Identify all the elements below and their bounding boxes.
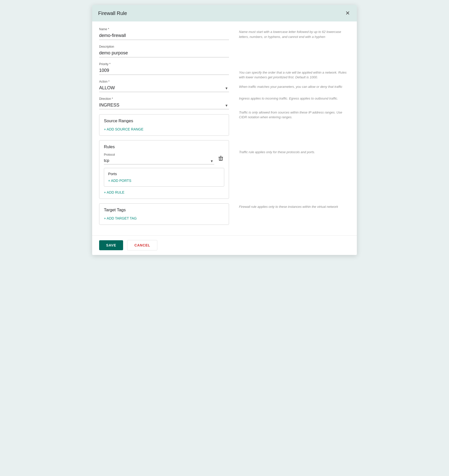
dialog-body: Name * Description Priority * Action * A… bbox=[92, 21, 357, 235]
delete-rule-button[interactable] bbox=[217, 155, 224, 163]
dialog-footer: SAVE CANCEL bbox=[92, 235, 357, 255]
direction-select[interactable]: INGRESS EGRESS bbox=[99, 102, 229, 109]
action-select[interactable]: ALLOW DENY bbox=[99, 84, 229, 92]
target-tags-title: Target Tags bbox=[104, 208, 224, 213]
name-hint: Name must start with a lowercase letter … bbox=[239, 29, 350, 39]
add-ports-button[interactable]: + ADD PORTS bbox=[108, 179, 131, 183]
name-field-group: Name * bbox=[99, 27, 229, 40]
description-input[interactable] bbox=[99, 49, 229, 57]
protocol-label: Protocol bbox=[104, 153, 214, 156]
protocol-select[interactable]: tcp udp icmp all bbox=[104, 157, 214, 164]
target-tags-section: Target Tags + ADD TARGET TAG bbox=[99, 203, 229, 225]
cancel-button[interactable]: CANCEL bbox=[127, 240, 157, 250]
direction-hint: Ingress applies to incoming traffic. Egr… bbox=[239, 96, 350, 101]
action-field-group: Action * ALLOW DENY ▾ bbox=[99, 80, 229, 92]
action-label: Action * bbox=[99, 80, 229, 83]
action-hint: When traffic matches your parameters, yo… bbox=[239, 84, 350, 89]
ports-title: Ports bbox=[108, 172, 220, 176]
ports-section: Ports + ADD PORTS bbox=[104, 168, 224, 187]
svg-rect-5 bbox=[219, 160, 223, 161]
description-hint bbox=[239, 54, 350, 59]
description-label: Description bbox=[99, 45, 229, 48]
add-rule-button[interactable]: + ADD RULE bbox=[104, 190, 124, 194]
svg-rect-0 bbox=[219, 157, 223, 157]
action-select-wrapper: ALLOW DENY ▾ bbox=[99, 84, 229, 92]
svg-rect-2 bbox=[219, 157, 220, 160]
close-button[interactable]: ✕ bbox=[344, 9, 351, 17]
firewall-rule-dialog: Firewall Rule ✕ Name * Description Prior… bbox=[92, 5, 357, 255]
target-tags-hint: Firewall rule applies only to these inst… bbox=[239, 204, 350, 209]
direction-select-wrapper: INGRESS EGRESS ▾ bbox=[99, 102, 229, 109]
rules-title: Rules bbox=[104, 144, 224, 149]
direction-label: Direction * bbox=[99, 97, 229, 101]
priority-hint: You can specify the order that a rule wi… bbox=[239, 70, 350, 80]
name-input[interactable] bbox=[99, 32, 229, 40]
protocol-col: Protocol tcp udp icmp all ▾ bbox=[104, 153, 214, 164]
protocol-select-wrapper: tcp udp icmp all ▾ bbox=[104, 157, 214, 164]
add-source-range-button[interactable]: + ADD SOURCE RANGE bbox=[104, 127, 143, 131]
svg-rect-1 bbox=[220, 156, 222, 156]
save-button[interactable]: SAVE bbox=[99, 240, 123, 250]
source-ranges-section: Source Ranges + ADD SOURCE RANGE bbox=[99, 114, 229, 136]
svg-rect-4 bbox=[222, 157, 223, 160]
protocol-row: Protocol tcp udp icmp all ▾ bbox=[104, 153, 224, 164]
priority-label: Priority * bbox=[99, 62, 229, 66]
right-column: Name must start with a lowercase letter … bbox=[239, 27, 350, 229]
description-field-group: Description bbox=[99, 45, 229, 57]
source-ranges-hint: Traffic is only allowed from sources wit… bbox=[239, 110, 350, 120]
left-column: Name * Description Priority * Action * A… bbox=[99, 27, 229, 229]
dialog-header: Firewall Rule ✕ bbox=[92, 5, 357, 21]
dialog-title: Firewall Rule bbox=[98, 10, 127, 16]
source-ranges-title: Source Ranges bbox=[104, 119, 224, 123]
priority-input[interactable] bbox=[99, 67, 229, 75]
trash-icon bbox=[218, 156, 223, 161]
rules-section: Rules Protocol tcp udp icmp all ▾ bbox=[99, 140, 229, 199]
add-target-tag-button[interactable]: + ADD TARGET TAG bbox=[104, 216, 137, 220]
name-label: Name * bbox=[99, 27, 229, 31]
direction-field-group: Direction * INGRESS EGRESS ▾ bbox=[99, 97, 229, 109]
svg-rect-3 bbox=[221, 157, 221, 160]
priority-field-group: Priority * bbox=[99, 62, 229, 75]
rules-hint: Traffic rule applies only for these prot… bbox=[239, 150, 350, 155]
